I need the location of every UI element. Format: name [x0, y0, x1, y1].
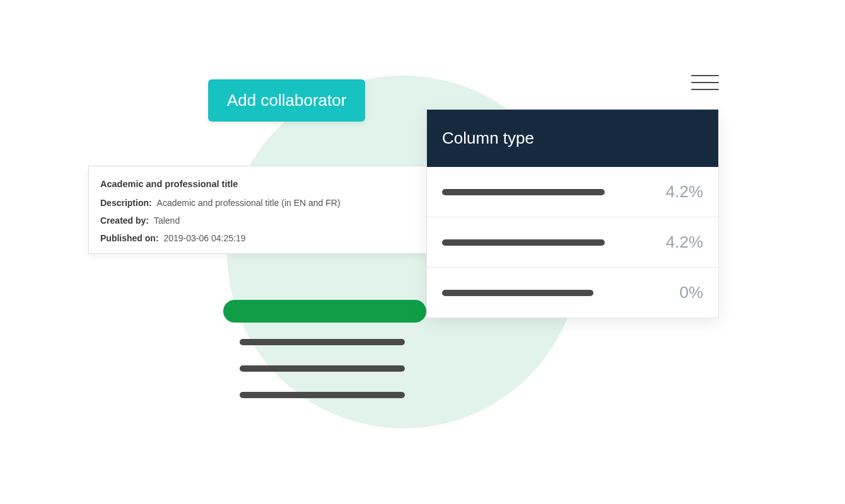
info-card: Academic and professional title Descript…: [88, 166, 429, 254]
add-collaborator-button[interactable]: Add collaborator: [208, 79, 365, 122]
column-type-row: 0%: [427, 268, 718, 318]
info-row-published-on: Published on: 2019-03-06 04:25:19: [100, 233, 417, 243]
published-on-value: 2019-03-06 04:25:19: [163, 233, 245, 243]
placeholder-line: [240, 365, 405, 372]
row-label-placeholder: [442, 239, 605, 246]
column-type-row: 4.2%: [427, 217, 718, 268]
row-percent: 4.2%: [653, 232, 703, 252]
created-by-value: Talend: [154, 215, 180, 226]
row-label-placeholder: [442, 290, 593, 296]
menu-icon[interactable]: [691, 69, 719, 96]
row-percent: 4.2%: [653, 182, 703, 202]
placeholder-line: [240, 392, 405, 398]
row-label-placeholder: [442, 189, 605, 195]
published-on-label: Published on:: [100, 233, 159, 243]
placeholder-lines: [240, 339, 405, 398]
column-type-panel: Column type 4.2% 4.2% 0%: [426, 109, 719, 318]
description-value: Academic and professional title (in EN a…: [157, 198, 341, 208]
placeholder-line: [240, 339, 405, 345]
column-type-row: 4.2%: [427, 167, 718, 217]
progress-pill: [223, 300, 426, 323]
column-type-title: Column type: [427, 110, 718, 167]
description-label: Description:: [100, 198, 152, 208]
info-row-description: Description: Academic and professional t…: [100, 198, 417, 208]
created-by-label: Created by:: [100, 215, 149, 226]
row-percent: 0%: [653, 283, 703, 302]
info-row-created-by: Created by: Talend: [100, 215, 417, 226]
info-card-title: Academic and professional title: [100, 179, 417, 189]
